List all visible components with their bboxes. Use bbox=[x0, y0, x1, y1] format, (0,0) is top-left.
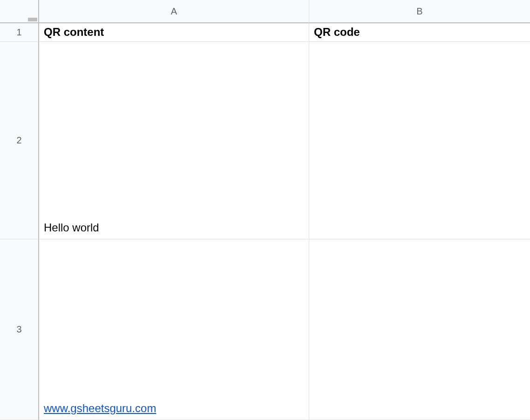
cell-link[interactable]: www.gsheetsguru.com bbox=[44, 402, 156, 415]
row-header-2[interactable]: 2 bbox=[0, 42, 39, 239]
cell-text: QR content bbox=[44, 26, 104, 39]
column-header-B[interactable]: B bbox=[309, 0, 530, 23]
cell-text: Hello world bbox=[44, 221, 99, 234]
cell-A3[interactable]: www.gsheetsguru.com bbox=[39, 239, 309, 420]
column-header-A[interactable]: A bbox=[39, 0, 309, 23]
row-header-1[interactable]: 1 bbox=[0, 23, 39, 42]
cell-A2[interactable]: Hello world bbox=[39, 42, 309, 239]
row-header-3[interactable]: 3 bbox=[0, 239, 39, 420]
cell-B3[interactable] bbox=[309, 239, 530, 420]
cell-text: QR code bbox=[314, 26, 360, 39]
cell-B1[interactable]: QR code bbox=[309, 23, 530, 42]
select-all-corner[interactable] bbox=[0, 0, 39, 23]
cell-B2[interactable] bbox=[309, 42, 530, 239]
spreadsheet-grid: A B 1 QR content QR code 2 Hello world 3… bbox=[0, 0, 530, 420]
cell-A1[interactable]: QR content bbox=[39, 23, 309, 42]
